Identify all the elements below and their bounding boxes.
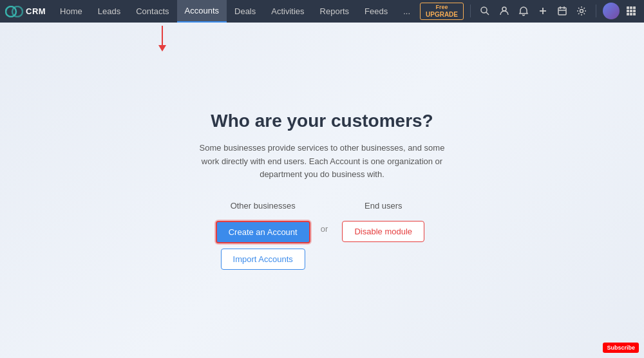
svg-rect-20 [633, 13, 636, 15]
upgrade-button[interactable]: Free UPGRADE [420, 3, 464, 20]
disable-module-button[interactable]: Disable module [342, 221, 424, 242]
grid-icon[interactable] [623, 6, 639, 16]
nav-right-section: Free UPGRADE [420, 3, 639, 20]
nav-more[interactable]: ... [395, 0, 418, 23]
bell-icon[interactable] [516, 6, 531, 16]
svg-rect-15 [627, 10, 629, 12]
nav-divider-1 [470, 5, 471, 17]
crm-logo-icon [5, 6, 23, 17]
arrow-head [158, 45, 166, 52]
option-col-businesses: Other businesses Create an Account Impor… [216, 201, 310, 270]
brand-logo[interactable]: CRM [5, 6, 46, 17]
nav-items-list: Home Leads Contacts Accounts Deals Activ… [52, 0, 420, 23]
arrow-annotation [158, 26, 166, 52]
settings-icon[interactable] [574, 6, 589, 16]
nav-divider-2 [596, 5, 596, 17]
nav-activities[interactable]: Activities [263, 0, 312, 23]
col-left-label: Other businesses [231, 201, 296, 211]
svg-rect-19 [630, 13, 632, 15]
svg-rect-17 [633, 10, 636, 12]
nav-leads[interactable]: Leads [90, 0, 128, 23]
svg-rect-16 [630, 10, 632, 12]
options-row: Other businesses Create an Account Impor… [193, 201, 451, 270]
search-icon[interactable] [477, 6, 493, 16]
user-icon[interactable] [497, 6, 512, 16]
nav-accounts[interactable]: Accounts [177, 0, 227, 23]
nav-feeds[interactable]: Feeds [357, 0, 395, 23]
brand-label: CRM [26, 6, 46, 16]
svg-point-1 [12, 6, 23, 17]
svg-rect-7 [558, 8, 566, 15]
col-right-label: End users [365, 201, 402, 211]
create-account-button[interactable]: Create an Account [216, 221, 310, 243]
svg-point-2 [481, 7, 487, 13]
svg-rect-13 [630, 6, 632, 9]
page-description: Some businesses provide services to othe… [193, 142, 451, 182]
nav-contacts[interactable]: Contacts [128, 0, 176, 23]
or-separator: or [310, 224, 339, 234]
page-heading: Who are your customers? [193, 111, 451, 131]
nav-deals[interactable]: Deals [227, 0, 263, 23]
option-col-endusers: End users Disable module [338, 201, 428, 242]
main-content: Who are your customers? Some businesses … [0, 23, 644, 358]
calendar-icon[interactable] [554, 6, 570, 16]
svg-rect-18 [627, 13, 629, 15]
import-accounts-button[interactable]: Import Accounts [221, 249, 305, 270]
svg-point-4 [502, 7, 506, 11]
plus-icon[interactable] [535, 6, 551, 16]
svg-rect-12 [627, 6, 629, 9]
svg-point-11 [580, 10, 583, 13]
nav-reports[interactable]: Reports [312, 0, 357, 23]
nav-home[interactable]: Home [52, 0, 90, 23]
svg-rect-14 [633, 6, 636, 9]
arrow-line [162, 26, 163, 45]
content-area: Who are your customers? Some businesses … [193, 111, 451, 270]
youtube-subscribe-badge[interactable]: Subscribe [603, 343, 639, 353]
avatar[interactable] [603, 3, 620, 19]
free-label: Free [435, 4, 448, 11]
upgrade-label: UPGRADE [426, 11, 458, 19]
svg-line-3 [486, 12, 489, 15]
navbar: CRM Home Leads Contacts Accounts Deals A… [0, 0, 644, 23]
